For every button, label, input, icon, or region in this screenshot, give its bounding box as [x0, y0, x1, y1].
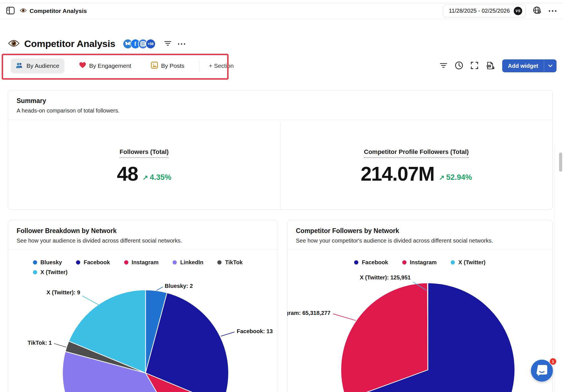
header-more-button[interactable]: [548, 9, 557, 13]
kpi-competitor-followers-total: Competitor Profile Followers (Total) 214…: [280, 122, 552, 209]
card-title: Summary: [17, 97, 544, 105]
pie-label-leader-line: [82, 296, 99, 305]
vs-badge: VS: [514, 7, 522, 15]
eye-icon-large: [8, 39, 20, 49]
page-title: Competitor Analysis: [24, 38, 115, 49]
kpi-value: 48: [117, 165, 138, 183]
breadcrumb[interactable]: Competitor Analysis: [20, 8, 87, 14]
heart-icon: [79, 62, 86, 70]
toolbar-export-pdf-button[interactable]: PDF: [486, 61, 495, 71]
pie-label-leader-line: [54, 344, 66, 347]
sidebar-toggle-button[interactable]: [6, 7, 15, 15]
scrollbar-thumb[interactable]: [559, 153, 562, 172]
pie-label-x-twitter: X (Twitter): 9: [46, 289, 80, 296]
add-section-button[interactable]: + Section: [209, 62, 234, 69]
chat-notification-badge: 1: [549, 358, 557, 365]
pie-label-x-twitter: X (Twitter): 125,951: [360, 274, 411, 281]
pie-label-bluesky: Bluesky: 2: [165, 283, 193, 289]
add-widget-label: Add widget: [502, 59, 544, 72]
kpi-label[interactable]: Followers (Total): [120, 148, 169, 158]
chat-bubble-icon: [536, 364, 548, 377]
panel-left-icon: [6, 7, 15, 15]
date-range-text: 11/28/2025 - 02/25/2026: [449, 8, 510, 14]
scrollbar-track: [554, 145, 554, 392]
tab-label: By Engagement: [89, 62, 131, 69]
trend-up-icon: ↗: [439, 174, 444, 182]
competitor-followers-card: Competitor Followers by Network See how …: [287, 220, 553, 392]
breadcrumb-title: Competitor Analysis: [30, 8, 87, 14]
filter-icon: [440, 63, 447, 69]
kpi-value: 214.07M: [361, 165, 434, 183]
kpi-change: ↗ 4.35%: [142, 173, 171, 183]
pie-chart-competitor-followers[interactable]: [287, 220, 552, 392]
clock-icon: [455, 61, 463, 70]
trend-up-icon: ↗: [142, 174, 148, 182]
globe-link-icon: [533, 6, 542, 16]
chevron-down-icon: [548, 64, 553, 67]
svg-text:PDF: PDF: [487, 65, 491, 67]
toolbar-filter-button[interactable]: [440, 63, 447, 69]
top-bar: Competitor Analysis 11/28/2025 - 02/25/2…: [0, 3, 563, 19]
pie-slice-x-twitter-[interactable]: [428, 283, 428, 370]
summary-card: Summary A heads-on comparison of total f…: [8, 90, 553, 210]
fullscreen-icon: [471, 62, 478, 70]
export-pdf-icon: PDF: [486, 61, 495, 71]
tab-by-posts[interactable]: By Posts: [146, 58, 189, 74]
tab-divider: [199, 60, 199, 72]
framed-picture-icon: [151, 62, 158, 70]
tab-label: By Posts: [161, 62, 184, 69]
toolbar-history-button[interactable]: [455, 61, 463, 70]
page-title-row: Competitor Analysis f +58: [8, 38, 186, 49]
people-icon: [16, 62, 23, 70]
tab-by-audience[interactable]: By Audience: [11, 59, 64, 73]
ellipsis-icon: [548, 9, 557, 13]
date-range-button[interactable]: 11/28/2025 - 02/25/2026 VS: [443, 5, 526, 17]
tab-by-engagement[interactable]: By Engagement: [74, 58, 136, 73]
pie-label-instagram: Instagram: 65,318,277: [287, 310, 330, 316]
add-widget-button[interactable]: Add widget: [502, 59, 557, 72]
ellipsis-icon: [178, 42, 186, 46]
avatar-more-count: +58: [146, 39, 156, 49]
pie-chart-follower-breakdown[interactable]: [8, 220, 277, 392]
kpi-label[interactable]: Competitor Profile Followers (Total): [364, 148, 469, 158]
toolbar-fullscreen-button[interactable]: [471, 62, 478, 70]
eye-icon: [20, 8, 27, 14]
pie-label-leader-line: [221, 332, 234, 336]
title-filter-button[interactable]: [164, 41, 171, 47]
add-widget-caret[interactable]: [544, 59, 557, 72]
tabs-bar: By Audience By Engagement By Posts + Sec…: [0, 53, 563, 80]
pie-label-leader-line: [333, 314, 356, 321]
pie-label-facebook: Facebook: 13: [237, 328, 273, 335]
network-avatars[interactable]: f +58: [123, 39, 156, 49]
pie-label-leader-line: [157, 287, 163, 290]
title-more-button[interactable]: [178, 42, 186, 46]
kpi-change: ↗ 52.94%: [439, 173, 472, 183]
filter-icon: [164, 41, 171, 47]
share-public-button[interactable]: [533, 6, 542, 16]
pie-label-tiktok: TikTok: 1: [28, 340, 52, 346]
card-subtitle: A heads-on comparison of total followers…: [17, 107, 544, 114]
tab-label: By Audience: [26, 62, 59, 69]
kpi-followers-total: Followers (Total) 48 ↗ 4.35%: [8, 122, 280, 209]
follower-breakdown-card: Follower Breakdown by Network See how yo…: [8, 220, 277, 392]
